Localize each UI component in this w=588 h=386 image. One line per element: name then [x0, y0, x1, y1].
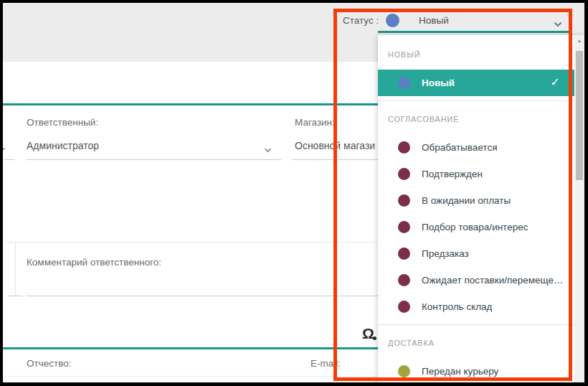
email-label: E-mail: [310, 358, 341, 369]
status-dot-icon [386, 14, 399, 27]
dropdown-section-header: НОВЫЙ [378, 44, 584, 65]
manager-comment-label: Комментарий ответственного: [27, 257, 161, 268]
dropdown-item-label: Новый [422, 77, 455, 88]
status-dot-icon [398, 221, 410, 233]
status-select-value: Новый [419, 15, 449, 26]
status-select[interactable]: Новый [378, 8, 572, 33]
status-dot-icon [398, 77, 410, 89]
window-frame [584, 0, 588, 386]
status-dot-icon [398, 365, 410, 377]
dropdown-item[interactable]: Ожидает поставки/перемеще… [378, 267, 584, 293]
dropdown-item[interactable]: В ожидании оплаты [378, 187, 584, 214]
row-divider [3, 376, 378, 377]
dropdown-item[interactable]: Подтвержден [378, 161, 584, 187]
comments-icon[interactable]: Ω [362, 325, 374, 342]
dropdown-item-label: Предзаказ [422, 248, 469, 259]
dropdown-item[interactable]: Предзаказ [378, 240, 584, 267]
tab-indicator-line [3, 347, 378, 349]
shop-label: Магазин: [295, 117, 335, 128]
column-divider [15, 242, 16, 296]
responsible-select[interactable]: Администратор [27, 140, 99, 151]
chevron-down-icon [554, 17, 562, 30]
chevron-down-icon[interactable] [264, 143, 272, 156]
comment-input-underline[interactable] [27, 296, 378, 296]
status-dot-icon [398, 248, 410, 260]
section-divider [6, 242, 378, 243]
dropdown-item-label: В ожидании оплаты [422, 195, 511, 206]
window-frame [0, 0, 588, 3]
status-dropdown-list: НОВЫЙНовый✓СОГЛАСОВАНИЕОбрабатываетсяПод… [378, 35, 584, 382]
status-select-underline [378, 31, 572, 33]
check-icon: ✓ [551, 75, 560, 89]
dropdown-section-header: СОГЛАСОВАНИЕ [378, 108, 584, 130]
dropdown-item[interactable]: Контроль склад [378, 293, 584, 320]
status-field-label: Статус : [343, 15, 379, 26]
window-frame [0, 0, 3, 386]
scrollbar-thumb[interactable] [576, 51, 583, 180]
dropdown-item[interactable]: Обрабатывается [378, 134, 584, 161]
status-dropdown: НОВЫЙНовый✓СОГЛАСОВАНИЕОбрабатываетсяПод… [378, 35, 584, 382]
status-dot-icon [398, 274, 410, 286]
status-dot-icon [398, 168, 410, 180]
input-underline [292, 159, 378, 160]
input-underline [4, 159, 14, 160]
dropdown-item[interactable]: Новый✓ [378, 70, 584, 96]
dropdown-item-label: Контроль склад [422, 301, 492, 312]
dropdown-item[interactable]: Подбор товара/интерес [378, 214, 584, 240]
middlename-label: Отчество: [27, 358, 71, 369]
dropdown-item-label: Подбор товара/интерес [422, 222, 528, 232]
dropdown-item-label: Ожидает поставки/перемеще… [422, 275, 564, 286]
responsible-label: Ответственный: [27, 117, 98, 128]
dropdown-item[interactable]: Передан курьеру [378, 358, 584, 382]
scroll-up-arrow-icon[interactable]: ▲ [574, 35, 584, 47]
dropdown-divider [378, 324, 584, 325]
status-dot-icon [398, 301, 410, 313]
order-window: Статус : Новый ПЕЧАТЬ ИЗМЕНЕНИЯ ФАЙЛЫ ЗА… [0, 0, 588, 386]
input-underline [7, 296, 23, 296]
status-dot-icon [398, 141, 410, 154]
dropdown-item-label: Передан курьеру [422, 366, 498, 377]
dropdown-item-label: Обрабатывается [422, 142, 497, 153]
status-dot-icon [398, 194, 410, 207]
input-underline [27, 159, 281, 160]
window-frame [0, 382, 588, 386]
dropdown-scrollbar[interactable]: ▲ [574, 35, 584, 382]
dropdown-section-header: ДОСТАВКА [378, 332, 584, 354]
dropdown-divider [378, 100, 584, 101]
dropdown-item-label: Подтвержден [422, 169, 483, 179]
shop-select[interactable]: Основной магази [295, 140, 375, 151]
